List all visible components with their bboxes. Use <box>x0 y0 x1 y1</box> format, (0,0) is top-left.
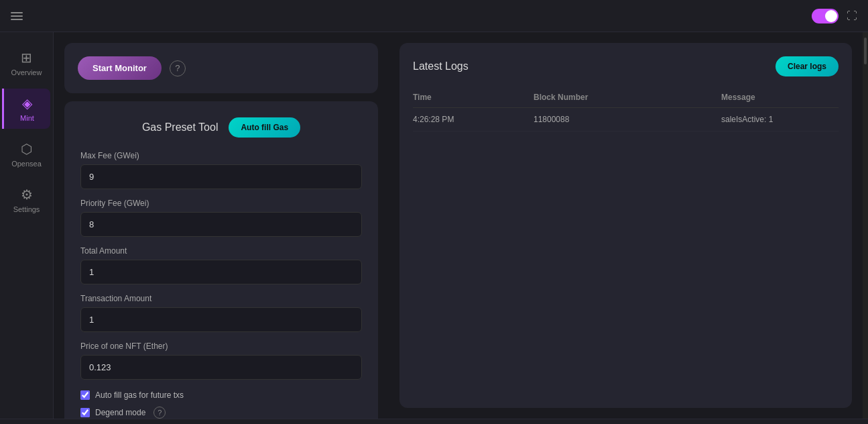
col-time: Time <box>413 93 534 102</box>
right-panel: Latest Logs Clear logs Time Block Number… <box>389 32 863 419</box>
col-block: Block Number <box>534 93 721 102</box>
main-toggle[interactable] <box>812 9 839 23</box>
max-fee-label: Max Fee (GWei) <box>80 151 362 160</box>
right-scrollbar[interactable] <box>863 32 868 419</box>
degend-mode-label: Degend mode <box>95 408 145 417</box>
priority-fee-group: Priority Fee (GWei) <box>80 199 362 237</box>
max-fee-group: Max Fee (GWei) <box>80 151 362 189</box>
sidebar-item-mint[interactable]: ◈ Mint <box>2 89 50 129</box>
sidebar-settings-label: Settings <box>13 205 40 213</box>
left-panel: Start Monitor ? Gas Preset Tool Auto fil… <box>54 32 389 419</box>
auto-fill-gas-button[interactable]: Auto fill Gas <box>229 117 300 138</box>
logs-title: Latest Logs <box>413 60 469 72</box>
start-monitor-button[interactable]: Start Monitor <box>78 56 162 80</box>
transaction-amount-label: Transaction Amount <box>80 294 362 303</box>
topbar: ⛶ <box>0 0 868 32</box>
max-fee-input[interactable] <box>80 164 362 189</box>
menu-line-1 <box>11 12 23 13</box>
main-layout: ⊞ Overview ◈ Mint ⬡ Opensea ⚙ Settings S… <box>0 32 868 419</box>
total-amount-group: Total Amount <box>80 246 362 284</box>
total-amount-input[interactable] <box>80 260 362 284</box>
gas-preset-title: Gas Preset Tool <box>142 121 219 134</box>
sidebar-opensea-label: Opensea <box>11 160 42 168</box>
clear-logs-button[interactable]: Clear logs <box>776 56 839 76</box>
logs-card: Latest Logs Clear logs Time Block Number… <box>399 43 852 408</box>
menu-line-2 <box>11 15 23 17</box>
monitor-help-icon[interactable]: ? <box>170 60 186 76</box>
sidebar-overview-label: Overview <box>11 68 42 76</box>
priority-fee-label: Priority Fee (GWei) <box>80 199 362 208</box>
auto-fill-checkbox-item[interactable]: Auto fill gas for future txs <box>80 390 362 400</box>
transaction-amount-input[interactable] <box>80 307 362 332</box>
row-time: 4:26:28 PM <box>413 115 534 124</box>
sidebar-item-overview[interactable]: ⊞ Overview <box>3 43 51 83</box>
opensea-icon: ⬡ <box>21 141 32 157</box>
price-nft-group: Price of one NFT (Ether) <box>80 341 362 380</box>
menu-toggle[interactable] <box>11 12 23 20</box>
priority-fee-input[interactable] <box>80 212 362 237</box>
sidebar: ⊞ Overview ◈ Mint ⬡ Opensea ⚙ Settings <box>0 32 54 419</box>
content-area: Start Monitor ? Gas Preset Tool Auto fil… <box>54 32 868 419</box>
logs-table-body: 4:26:28 PM 11800088 saleIsActive: 1 <box>413 108 839 394</box>
monitor-card: Start Monitor ? <box>64 43 378 93</box>
menu-line-3 <box>11 19 23 20</box>
scroll-thumb <box>864 38 867 64</box>
auto-fill-checkbox[interactable] <box>80 390 90 400</box>
sidebar-item-opensea[interactable]: ⬡ Opensea <box>3 134 51 174</box>
row-block: 11800088 <box>534 115 721 124</box>
logs-header: Latest Logs Clear logs <box>413 56 839 76</box>
sidebar-mint-label: Mint <box>20 114 34 122</box>
bottom-bar <box>0 419 868 424</box>
toggle-knob <box>825 10 837 22</box>
degend-mode-checkbox-item[interactable]: Degend mode ? <box>80 407 362 419</box>
total-amount-label: Total Amount <box>80 246 362 256</box>
overview-icon: ⊞ <box>21 50 32 66</box>
price-nft-input[interactable] <box>80 355 362 380</box>
logs-table-header: Time Block Number Message <box>413 87 839 108</box>
gas-preset-card: Gas Preset Tool Auto fill Gas Max Fee (G… <box>64 101 378 419</box>
topbar-right: ⛶ <box>812 9 857 23</box>
auto-fill-checkbox-label: Auto fill gas for future txs <box>95 390 184 400</box>
col-message: Message <box>721 93 839 102</box>
row-message: saleIsActive: 1 <box>721 115 839 124</box>
degend-mode-checkbox[interactable] <box>80 408 90 417</box>
degend-help-icon[interactable]: ? <box>153 407 166 419</box>
sidebar-item-settings[interactable]: ⚙ Settings <box>3 180 51 220</box>
checkbox-group: Auto fill gas for future txs Degend mode… <box>80 390 362 419</box>
transaction-amount-group: Transaction Amount <box>80 294 362 332</box>
expand-icon[interactable]: ⛶ <box>847 10 857 22</box>
price-nft-label: Price of one NFT (Ether) <box>80 341 362 351</box>
mint-icon: ◈ <box>22 95 32 111</box>
settings-icon: ⚙ <box>21 187 33 203</box>
gas-card-header: Gas Preset Tool Auto fill Gas <box>80 117 362 138</box>
table-row: 4:26:28 PM 11800088 saleIsActive: 1 <box>413 108 839 131</box>
